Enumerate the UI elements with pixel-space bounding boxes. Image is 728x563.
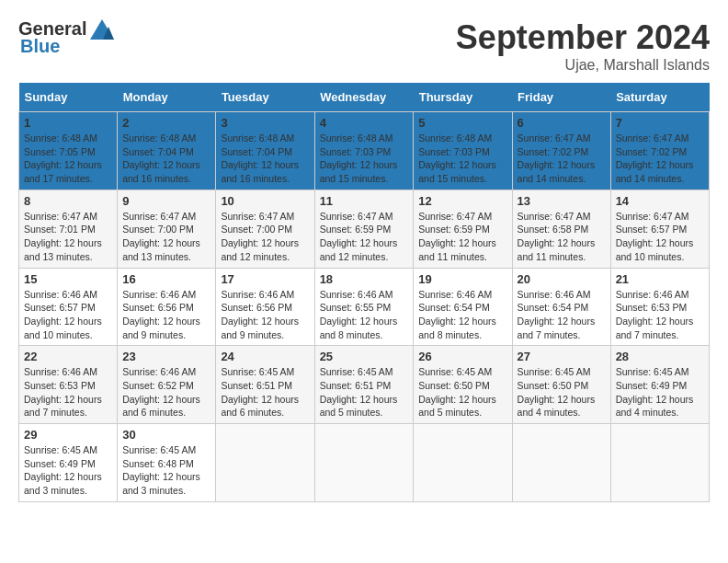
calendar-cell: 11Sunrise: 6:47 AM Sunset: 6:59 PM Dayli…: [314, 190, 414, 268]
day-number: 24: [221, 350, 309, 363]
calendar-cell: 19Sunrise: 6:46 AM Sunset: 6:54 PM Dayli…: [414, 268, 512, 346]
day-info: Sunrise: 6:47 AM Sunset: 6:59 PM Dayligh…: [320, 210, 409, 264]
day-info: Sunrise: 6:48 AM Sunset: 7:03 PM Dayligh…: [320, 132, 409, 186]
day-info: Sunrise: 6:47 AM Sunset: 7:00 PM Dayligh…: [221, 210, 309, 264]
day-number: 14: [616, 194, 704, 208]
calendar-cell: 14Sunrise: 6:47 AM Sunset: 6:57 PM Dayli…: [610, 190, 709, 268]
day-info: Sunrise: 6:47 AM Sunset: 7:02 PM Dayligh…: [616, 132, 704, 186]
day-info: Sunrise: 6:47 AM Sunset: 7:00 PM Dayligh…: [122, 210, 210, 264]
day-info: Sunrise: 6:45 AM Sunset: 6:48 PM Dayligh…: [122, 443, 210, 498]
day-info: Sunrise: 6:47 AM Sunset: 7:01 PM Dayligh…: [24, 210, 112, 264]
calendar-cell: 13Sunrise: 6:47 AM Sunset: 6:58 PM Dayli…: [512, 190, 610, 268]
day-info: Sunrise: 6:46 AM Sunset: 6:56 PM Dayligh…: [122, 288, 210, 342]
day-info: Sunrise: 6:45 AM Sunset: 6:50 PM Dayligh…: [518, 365, 606, 419]
day-number: 27: [518, 350, 606, 363]
week-row-4: 22Sunrise: 6:46 AM Sunset: 6:53 PM Dayli…: [19, 346, 710, 424]
calendar-cell: 30Sunrise: 6:45 AM Sunset: 6:48 PM Dayli…: [118, 424, 216, 502]
day-info: Sunrise: 6:48 AM Sunset: 7:03 PM Dayligh…: [418, 132, 506, 186]
col-header-sunday: Sunday: [19, 83, 118, 112]
day-number: 16: [122, 272, 210, 286]
week-row-5: 29Sunrise: 6:45 AM Sunset: 6:49 PM Dayli…: [19, 424, 710, 502]
day-number: 12: [418, 194, 506, 208]
day-number: 23: [122, 350, 210, 363]
day-number: 17: [221, 272, 309, 286]
calendar-cell: 7Sunrise: 6:47 AM Sunset: 7:02 PM Daylig…: [610, 112, 709, 190]
calendar-cell: 23Sunrise: 6:46 AM Sunset: 6:52 PM Dayli…: [118, 346, 216, 424]
location: Ujae, Marshall Islands: [456, 57, 710, 74]
col-header-tuesday: Tuesday: [216, 83, 314, 112]
logo: General Blue: [18, 18, 116, 57]
calendar-cell: 26Sunrise: 6:45 AM Sunset: 6:50 PM Dayli…: [414, 346, 512, 424]
calendar-cell: 1Sunrise: 6:48 AM Sunset: 7:05 PM Daylig…: [19, 112, 118, 190]
day-info: Sunrise: 6:46 AM Sunset: 6:55 PM Dayligh…: [320, 288, 409, 342]
week-row-3: 15Sunrise: 6:46 AM Sunset: 6:57 PM Dayli…: [19, 268, 710, 346]
calendar-cell: [216, 424, 314, 502]
calendar-cell: 20Sunrise: 6:46 AM Sunset: 6:54 PM Dayli…: [512, 268, 610, 346]
day-number: 5: [418, 116, 506, 130]
day-number: 15: [24, 272, 112, 286]
page-header: General Blue September 2024 Ujae, Marsha…: [18, 18, 710, 74]
day-number: 25: [320, 350, 409, 363]
calendar-cell: 16Sunrise: 6:46 AM Sunset: 6:56 PM Dayli…: [118, 268, 216, 346]
title-section: September 2024 Ujae, Marshall Islands: [456, 18, 710, 74]
calendar-cell: 21Sunrise: 6:46 AM Sunset: 6:53 PM Dayli…: [610, 268, 709, 346]
day-info: Sunrise: 6:45 AM Sunset: 6:49 PM Dayligh…: [24, 443, 112, 498]
day-info: Sunrise: 6:46 AM Sunset: 6:57 PM Dayligh…: [24, 288, 112, 342]
day-number: 4: [320, 116, 409, 130]
day-info: Sunrise: 6:46 AM Sunset: 6:53 PM Dayligh…: [616, 288, 704, 342]
col-header-friday: Friday: [512, 83, 610, 112]
day-number: 8: [24, 194, 112, 208]
calendar-table: SundayMondayTuesdayWednesdayThursdayFrid…: [18, 83, 710, 502]
col-header-thursday: Thursday: [414, 83, 512, 112]
logo-blue-text: Blue: [20, 36, 60, 57]
calendar-cell: [414, 424, 512, 502]
day-number: 1: [24, 116, 112, 130]
day-info: Sunrise: 6:48 AM Sunset: 7:04 PM Dayligh…: [122, 132, 210, 186]
day-number: 10: [221, 194, 309, 208]
calendar-cell: 29Sunrise: 6:45 AM Sunset: 6:49 PM Dayli…: [19, 424, 118, 502]
day-number: 6: [518, 116, 606, 130]
calendar-cell: 18Sunrise: 6:46 AM Sunset: 6:55 PM Dayli…: [314, 268, 414, 346]
day-info: Sunrise: 6:45 AM Sunset: 6:51 PM Dayligh…: [221, 365, 309, 419]
calendar-cell: 12Sunrise: 6:47 AM Sunset: 6:59 PM Dayli…: [414, 190, 512, 268]
calendar-cell: [314, 424, 414, 502]
day-number: 26: [418, 350, 506, 363]
day-number: 13: [518, 194, 606, 208]
calendar-cell: [512, 424, 610, 502]
day-info: Sunrise: 6:46 AM Sunset: 6:56 PM Dayligh…: [221, 288, 309, 342]
header-row: SundayMondayTuesdayWednesdayThursdayFrid…: [19, 83, 710, 112]
calendar-cell: 2Sunrise: 6:48 AM Sunset: 7:04 PM Daylig…: [118, 112, 216, 190]
day-info: Sunrise: 6:47 AM Sunset: 6:58 PM Dayligh…: [518, 210, 606, 264]
calendar-cell: 24Sunrise: 6:45 AM Sunset: 6:51 PM Dayli…: [216, 346, 314, 424]
day-info: Sunrise: 6:45 AM Sunset: 6:51 PM Dayligh…: [320, 365, 409, 419]
calendar-cell: 22Sunrise: 6:46 AM Sunset: 6:53 PM Dayli…: [19, 346, 118, 424]
calendar-cell: 9Sunrise: 6:47 AM Sunset: 7:00 PM Daylig…: [118, 190, 216, 268]
day-number: 7: [616, 116, 704, 130]
day-info: Sunrise: 6:47 AM Sunset: 6:59 PM Dayligh…: [418, 210, 506, 264]
col-header-saturday: Saturday: [610, 83, 709, 112]
day-number: 11: [320, 194, 409, 208]
day-info: Sunrise: 6:45 AM Sunset: 6:49 PM Dayligh…: [616, 365, 704, 419]
day-info: Sunrise: 6:48 AM Sunset: 7:04 PM Dayligh…: [221, 132, 309, 186]
day-info: Sunrise: 6:46 AM Sunset: 6:54 PM Dayligh…: [418, 288, 506, 342]
calendar-cell: 3Sunrise: 6:48 AM Sunset: 7:04 PM Daylig…: [216, 112, 314, 190]
week-row-1: 1Sunrise: 6:48 AM Sunset: 7:05 PM Daylig…: [19, 112, 710, 190]
day-number: 3: [221, 116, 309, 130]
day-info: Sunrise: 6:45 AM Sunset: 6:50 PM Dayligh…: [418, 365, 506, 419]
col-header-wednesday: Wednesday: [314, 83, 414, 112]
day-info: Sunrise: 6:46 AM Sunset: 6:54 PM Dayligh…: [518, 288, 606, 342]
day-number: 9: [122, 194, 210, 208]
calendar-cell: 8Sunrise: 6:47 AM Sunset: 7:01 PM Daylig…: [19, 190, 118, 268]
week-row-2: 8Sunrise: 6:47 AM Sunset: 7:01 PM Daylig…: [19, 190, 710, 268]
calendar-cell: 27Sunrise: 6:45 AM Sunset: 6:50 PM Dayli…: [512, 346, 610, 424]
calendar-cell: 15Sunrise: 6:46 AM Sunset: 6:57 PM Dayli…: [19, 268, 118, 346]
day-info: Sunrise: 6:46 AM Sunset: 6:53 PM Dayligh…: [24, 365, 112, 419]
calendar-cell: 5Sunrise: 6:48 AM Sunset: 7:03 PM Daylig…: [414, 112, 512, 190]
day-info: Sunrise: 6:46 AM Sunset: 6:52 PM Dayligh…: [122, 365, 210, 419]
calendar-cell: 28Sunrise: 6:45 AM Sunset: 6:49 PM Dayli…: [610, 346, 709, 424]
logo-icon: [90, 19, 114, 40]
day-number: 28: [616, 350, 704, 363]
day-number: 29: [24, 428, 112, 442]
calendar-cell: 25Sunrise: 6:45 AM Sunset: 6:51 PM Dayli…: [314, 346, 414, 424]
calendar-cell: 4Sunrise: 6:48 AM Sunset: 7:03 PM Daylig…: [314, 112, 414, 190]
